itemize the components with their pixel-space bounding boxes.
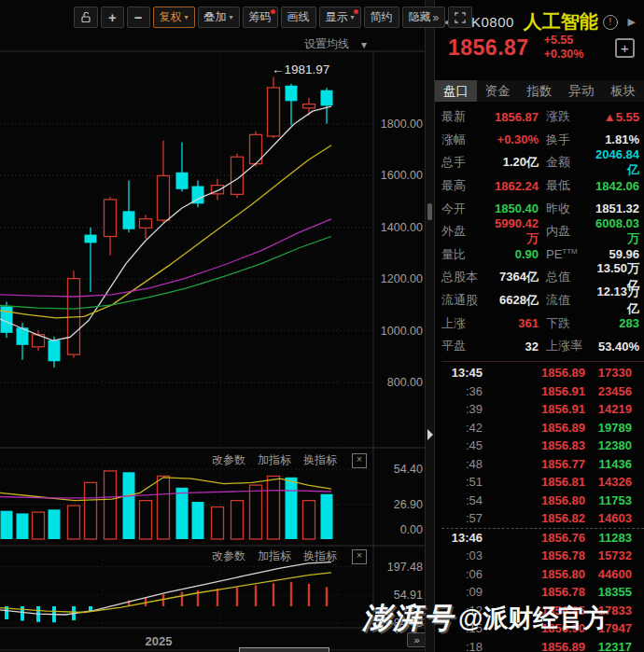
candle-body [49, 340, 61, 361]
ma-line-magenta [0, 219, 331, 297]
quote-value: ▲5.55 [589, 110, 639, 124]
tab-0[interactable]: 盘口 [435, 80, 477, 102]
quote-label: 外盘 [441, 223, 488, 240]
change-param-button[interactable]: 改参数 [212, 452, 245, 468]
simple-mode-button[interactable]: 简约 [364, 7, 399, 28]
stock-name: 人工智能 [524, 9, 598, 35]
display-label: 显示 [326, 9, 348, 25]
tick-volume: 14219 [585, 402, 644, 416]
quote-value: 2046.84亿 [589, 147, 639, 178]
tick-time: :48 [441, 457, 483, 471]
quote-value: 1850.40 [488, 201, 539, 215]
info-icon[interactable]: ! [603, 15, 618, 30]
macd-histogram [5, 582, 328, 622]
chips-button[interactable]: 筹码 [243, 7, 278, 28]
quote-value: 6008.03万 [589, 216, 639, 247]
tick-volume: 18355 [585, 585, 644, 599]
fullscreen-button[interactable] [448, 7, 472, 28]
x-axis-year-label: 2025 [121, 634, 196, 648]
double-chevron-right-icon: » [433, 11, 440, 24]
add-to-watchlist-button[interactable]: + [615, 38, 635, 58]
zoom-in-button[interactable]: + [101, 7, 124, 28]
tick-price: 1856.77 [503, 457, 585, 471]
quote-label: 金额 [546, 154, 589, 171]
tick-row: 13:461856.7611283 [441, 528, 644, 548]
macd-bar [162, 594, 164, 606]
quote-grid: 最新1856.87涨跌▲5.55涨幅+0.30%换手1.81%总手1.20亿金额… [441, 105, 639, 358]
collapse-arrow-icon[interactable] [427, 429, 433, 440]
quote-label: 总值 [546, 269, 589, 285]
quote-label: 最低 [546, 177, 589, 194]
quote-value: 283 [589, 316, 639, 330]
ma-settings-label: 设置均线 [304, 36, 349, 52]
close-pane-icon[interactable]: × [352, 453, 367, 468]
add-indicator-button[interactable]: 加指标 [258, 548, 291, 564]
notification-dot-icon [271, 9, 275, 14]
overlay-label: 叠加 [204, 9, 227, 25]
tick-volume: 14326 [585, 475, 644, 489]
divider-scroll-handle[interactable] [427, 203, 432, 220]
switch-indicator-button[interactable]: 换指标 [303, 548, 337, 564]
draw-line-button[interactable]: 画线 [281, 7, 316, 28]
tick-price: 1856.80 [503, 493, 585, 507]
tab-3[interactable]: 异动 [560, 80, 602, 102]
tick-volume: 11753 [585, 493, 644, 507]
macd-dif-line [0, 562, 331, 615]
next-stock-arrow[interactable]: ▶ [625, 16, 638, 28]
quote-row: 流通股6628亿流值12.13万亿 [441, 289, 639, 312]
volume-bar [140, 501, 152, 539]
zoom-out-button[interactable]: − [127, 7, 150, 28]
change-param-button[interactable]: 改参数 [212, 548, 245, 564]
macd-bar [326, 587, 328, 606]
ma-line-green [0, 237, 331, 310]
candle-body [105, 200, 117, 237]
quote-label: 流通股 [441, 292, 488, 309]
price-axis-label: 1200.00 [381, 272, 423, 285]
pane-divider[interactable] [425, 0, 435, 652]
tick-price: 1856.89 [503, 366, 585, 380]
chart-toolbar: + − 复权 ▾ 叠加 ▾ 筹码 画线 显示 ▾ 简约 隐藏 [74, 7, 472, 29]
tab-1[interactable]: 资金 [477, 80, 519, 102]
tick-volume: 23456 [585, 384, 644, 398]
candle-body [123, 211, 135, 229]
peak-annotation: ←1981.97 [272, 62, 329, 76]
tick-time: :03 [441, 548, 483, 562]
macd-bar [308, 584, 310, 606]
unlock-icon [80, 11, 91, 23]
lock-button[interactable] [74, 7, 98, 28]
chart-pane: 1800.001600.001400.001200.001000.00800.0… [0, 0, 425, 652]
macd-bar [290, 582, 292, 606]
quote-value: +0.30% [488, 132, 539, 146]
tick-time: :45 [441, 438, 483, 452]
tab-4[interactable]: 板块 [602, 80, 644, 102]
tick-time: :42 [441, 421, 483, 435]
overlay-button[interactable]: 叠加 ▾ [198, 7, 240, 28]
tick-time: :06 [441, 567, 483, 581]
quote-value: 6628亿 [488, 292, 539, 309]
tab-2[interactable]: 指数 [519, 80, 561, 102]
switch-indicator-button[interactable]: 换指标 [303, 452, 337, 468]
ma-settings-button[interactable]: 设置均线 ▾ [304, 36, 367, 52]
quote-label: 下跌 [546, 315, 589, 332]
watermark-logo: 澎湃号 [362, 599, 455, 638]
tick-time: 13:46 [441, 531, 483, 545]
quote-label: 流值 [546, 292, 589, 309]
tick-volume: 11283 [585, 531, 644, 545]
tick-price: 1856.89 [503, 421, 585, 435]
cropped-range-box [239, 647, 329, 652]
close-pane-icon[interactable]: × [352, 549, 367, 564]
tick-price: 1856.78 [503, 585, 585, 599]
last-price: 1856.87 [448, 35, 529, 61]
tick-row: :361856.9123456 [441, 382, 644, 401]
adjust-mode-button[interactable]: 复权 ▾ [153, 7, 195, 28]
indicator-axis-label: 197.48 [387, 561, 423, 574]
quote-label: 换手 [546, 132, 589, 148]
display-button[interactable]: 显示 ▾ [319, 7, 361, 28]
price-axis-label: 1400.00 [381, 221, 423, 234]
ma-line-white [0, 106, 331, 340]
quote-label: 最高 [441, 177, 488, 194]
add-indicator-button[interactable]: 加指标 [258, 452, 291, 468]
quote-value: 1856.87 [488, 110, 539, 124]
change-stack: +5.55 +0.30% [544, 34, 584, 62]
hide-button[interactable]: 隐藏 » [402, 7, 446, 28]
